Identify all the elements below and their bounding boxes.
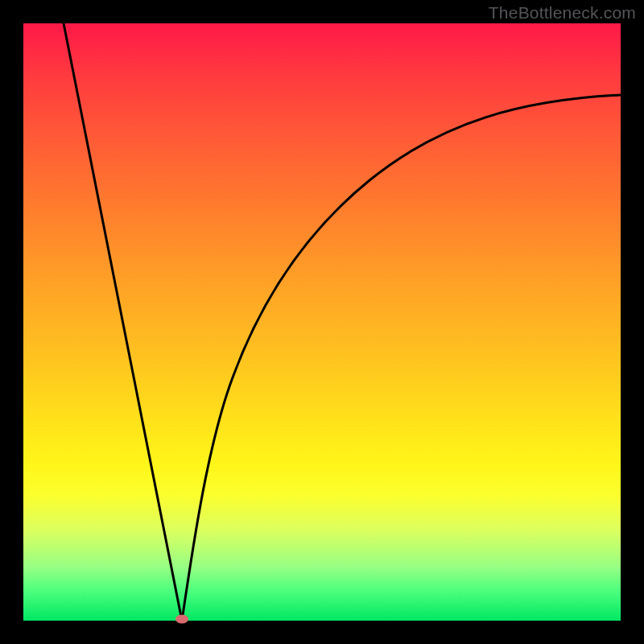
chart-frame: TheBottleneck.com [0, 0, 644, 644]
notch-marker [175, 615, 188, 624]
plot-area [23, 23, 621, 621]
curve-right [182, 95, 621, 621]
curve-layer [23, 23, 621, 621]
curve-left [64, 23, 182, 621]
watermark-text: TheBottleneck.com [489, 3, 636, 23]
